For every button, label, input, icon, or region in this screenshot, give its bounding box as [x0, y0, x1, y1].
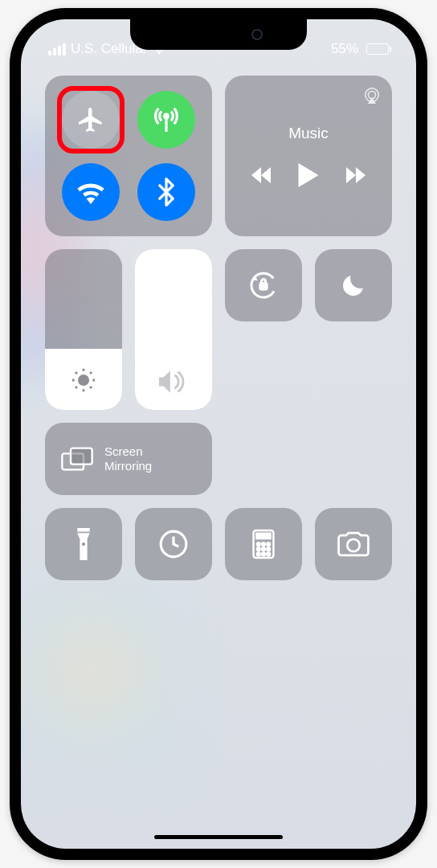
next-track-icon[interactable]	[346, 166, 366, 184]
svg-point-16	[262, 547, 265, 551]
orientation-lock-toggle[interactable]	[225, 249, 302, 321]
svg-point-17	[267, 547, 270, 551]
airplay-icon	[363, 87, 381, 104]
bluetooth-icon	[157, 178, 175, 207]
media-title: Music	[288, 125, 329, 142]
airplane-icon	[76, 105, 105, 134]
wifi-icon	[75, 180, 107, 204]
notch	[130, 19, 307, 50]
svg-rect-7	[71, 448, 92, 465]
svg-point-12	[257, 542, 260, 546]
svg-point-2	[368, 92, 375, 99]
screen-mirroring-icon	[61, 446, 93, 472]
bluetooth-toggle[interactable]	[137, 163, 195, 221]
calculator-button[interactable]	[225, 508, 302, 580]
battery-percent: 55%	[331, 41, 358, 57]
svg-rect-11	[256, 534, 270, 538]
svg-point-8	[82, 542, 85, 546]
wallpaper-blur	[21, 592, 165, 752]
svg-point-13	[262, 542, 265, 546]
connectivity-cluster[interactable]	[45, 76, 212, 236]
screen-mirror-label-2: Mirroring	[104, 459, 152, 473]
volume-slider[interactable]	[135, 249, 212, 410]
flashlight-icon	[75, 528, 92, 560]
battery-icon	[366, 43, 389, 55]
media-control-tile[interactable]: Music	[225, 76, 392, 236]
flashlight-button[interactable]	[45, 508, 122, 580]
wifi-toggle[interactable]	[62, 163, 120, 221]
home-indicator[interactable]	[154, 835, 283, 839]
brightness-slider[interactable]	[45, 249, 122, 410]
screen-mirror-label-1: Screen	[104, 444, 152, 459]
play-icon[interactable]	[298, 163, 319, 187]
camera-button[interactable]	[315, 508, 392, 580]
svg-point-5	[79, 375, 88, 384]
svg-point-20	[267, 553, 270, 556]
calculator-icon	[252, 529, 275, 559]
screen: U.S. Cellular 55%	[21, 19, 416, 849]
svg-point-14	[267, 542, 270, 546]
svg-point-0	[165, 114, 169, 118]
cellular-data-toggle[interactable]	[137, 91, 195, 149]
timer-icon	[158, 529, 189, 559]
screen-mirroring-button[interactable]: Screen Mirroring	[45, 423, 212, 495]
svg-point-19	[262, 553, 265, 556]
brightness-icon	[70, 366, 97, 394]
timer-button[interactable]	[135, 508, 212, 580]
moon-icon	[340, 272, 367, 299]
cellular-antenna-icon	[152, 105, 181, 134]
svg-point-18	[257, 553, 260, 556]
svg-point-15	[257, 547, 260, 551]
volume-icon	[159, 370, 188, 394]
svg-point-21	[347, 539, 359, 551]
iphone-frame: U.S. Cellular 55%	[10, 8, 427, 860]
do-not-disturb-toggle[interactable]	[315, 249, 392, 321]
svg-rect-4	[260, 284, 267, 290]
previous-track-icon[interactable]	[251, 166, 271, 184]
cellular-signal-icon	[48, 43, 66, 55]
camera-icon	[337, 531, 370, 557]
orientation-lock-icon	[247, 269, 280, 301]
airplane-mode-toggle[interactable]	[62, 91, 120, 149]
